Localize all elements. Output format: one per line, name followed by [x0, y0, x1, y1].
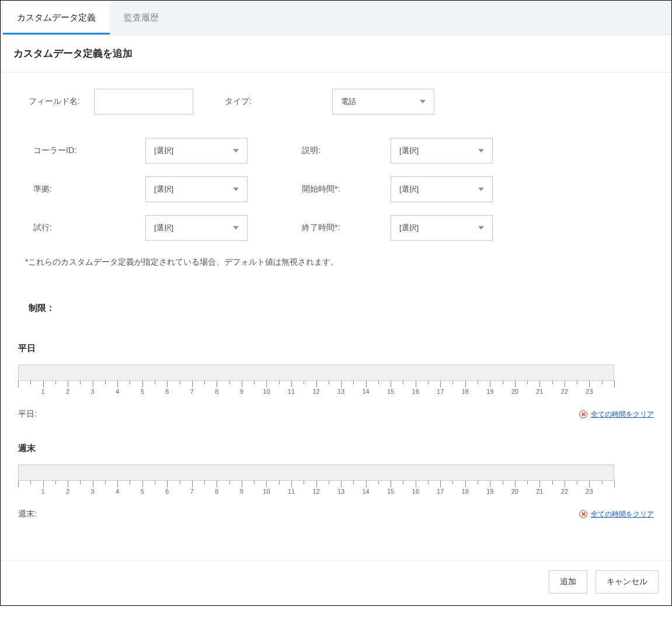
- ruler-tick: [192, 481, 193, 487]
- ruler-hour-label: 2: [66, 488, 69, 495]
- ruler-tick: [242, 381, 242, 387]
- ruler-tick: [366, 381, 367, 387]
- fields-grid: コーラーID: [選択] 説明: [選択] 準拠: [選択] 開始時間*: [選…: [29, 138, 648, 241]
- weekend-heading: 週末: [18, 443, 654, 454]
- ruler-tick: [55, 481, 56, 484]
- ruler-hour-label: 15: [387, 388, 394, 395]
- ruler-tick: [589, 481, 590, 487]
- start-time-label: 開始時間*:: [297, 184, 391, 195]
- ruler-tick: [180, 481, 180, 484]
- ruler-hour-label: 16: [412, 488, 419, 495]
- weekend-clear-link[interactable]: 全ての時間をクリア: [591, 509, 654, 519]
- weekday-clear-link[interactable]: 全ての時間をクリア: [591, 410, 654, 419]
- start-time-select-value: [選択]: [399, 184, 419, 195]
- caller-id-select[interactable]: [選択]: [145, 138, 248, 164]
- ruler-tick: [416, 481, 416, 487]
- ruler-tick: [304, 381, 304, 384]
- ruler-hour-label: 13: [337, 388, 344, 395]
- ruler-tick: [105, 481, 106, 484]
- chevron-down-icon: [233, 149, 239, 152]
- ruler-tick: [353, 481, 354, 484]
- compliance-select[interactable]: [選択]: [145, 176, 248, 202]
- weekday-section: 平日 1234567891011121314151617181920212223…: [18, 343, 654, 419]
- ruler-tick: [378, 481, 379, 484]
- end-time-select[interactable]: [選択]: [391, 215, 493, 241]
- ruler-tick: [55, 381, 56, 384]
- ruler-tick: [353, 381, 354, 384]
- ruler-hour-label: 10: [263, 488, 270, 495]
- ruler-tick: [93, 481, 93, 487]
- restrictions-label: 制限：: [29, 303, 648, 314]
- ruler-tick: [291, 381, 292, 387]
- weekend-time-bar[interactable]: [18, 464, 614, 481]
- page-title: カスタムデータ定義を追加: [1, 35, 671, 72]
- ruler-hour-label: 20: [511, 388, 518, 395]
- description-select[interactable]: [選択]: [391, 138, 493, 164]
- ruler-tick: [391, 381, 391, 387]
- top-form-row: フィールド名: タイプ: 電話: [29, 89, 648, 115]
- ruler-hour-label: 4: [116, 388, 119, 395]
- ruler-tick: [43, 381, 44, 387]
- ruler-tick: [18, 381, 19, 387]
- ruler-tick: [279, 481, 280, 484]
- ruler-tick: [68, 481, 68, 487]
- ruler-tick: [565, 381, 565, 387]
- ruler-hour-label: 1: [41, 388, 44, 395]
- weekend-footer-label: 週末:: [18, 509, 37, 519]
- tab-audit-history[interactable]: 監査履歴: [110, 1, 173, 34]
- ruler-hour-label: 4: [116, 488, 119, 495]
- ruler-tick: [490, 381, 490, 387]
- ruler-hour-label: 8: [215, 488, 218, 495]
- ruler-tick: [589, 381, 590, 387]
- ruler-hour-label: 8: [215, 388, 218, 395]
- ruler-tick: [217, 481, 217, 487]
- cancel-button[interactable]: キャンセル: [596, 570, 659, 594]
- ruler-tick: [503, 481, 503, 484]
- ruler-tick: [316, 381, 317, 387]
- end-time-label: 終了時間*:: [297, 223, 391, 233]
- ruler-hour-label: 17: [437, 488, 444, 495]
- ruler-tick: [80, 481, 81, 484]
- tabs-bar: カスタムデータ定義 監査履歴: [1, 1, 671, 35]
- ruler-tick: [142, 381, 143, 387]
- ruler-tick: [602, 381, 603, 384]
- ruler-tick: [80, 381, 81, 384]
- close-circle-icon: ✕: [579, 410, 587, 418]
- ruler-tick: [167, 481, 168, 487]
- chevron-down-icon: [478, 188, 484, 191]
- ruler-tick: [229, 481, 230, 484]
- ruler-tick: [155, 381, 155, 384]
- ruler-hour-label: 3: [91, 388, 95, 395]
- ruler-tick: [602, 481, 603, 484]
- field-name-input[interactable]: [94, 89, 193, 115]
- ruler-tick: [93, 381, 93, 387]
- ruler-tick: [452, 381, 453, 384]
- start-time-select[interactable]: [選択]: [391, 176, 493, 202]
- ruler-tick: [291, 481, 292, 487]
- attempt-select[interactable]: [選択]: [145, 215, 248, 241]
- ruler-tick: [515, 481, 516, 487]
- ruler-tick: [117, 481, 118, 487]
- ruler-hour-label: 3: [91, 488, 95, 495]
- type-select[interactable]: 電話: [332, 89, 434, 115]
- ruler-tick: [341, 481, 342, 487]
- ruler-tick: [403, 381, 403, 384]
- ruler-hour-label: 14: [362, 488, 369, 495]
- ruler-tick: [614, 481, 615, 487]
- ruler-tick: [515, 381, 516, 387]
- ruler-tick: [465, 381, 466, 387]
- ruler-hour-label: 11: [288, 388, 295, 395]
- ruler-hour-label: 10: [263, 388, 270, 395]
- ruler-tick: [503, 381, 503, 384]
- ruler-hour-label: 6: [165, 488, 169, 495]
- tab-custom-data-definition[interactable]: カスタムデータ定義: [3, 1, 110, 34]
- ruler-tick: [539, 381, 540, 387]
- ruler-tick: [577, 481, 577, 484]
- ruler-tick: [378, 381, 379, 384]
- weekday-footer-label: 平日:: [18, 409, 37, 419]
- ruler-hour-label: 23: [586, 388, 593, 395]
- add-button[interactable]: 追加: [549, 570, 587, 594]
- weekday-time-bar[interactable]: [18, 365, 614, 381]
- attempt-select-value: [選択]: [154, 223, 173, 233]
- chevron-down-icon: [478, 226, 484, 230]
